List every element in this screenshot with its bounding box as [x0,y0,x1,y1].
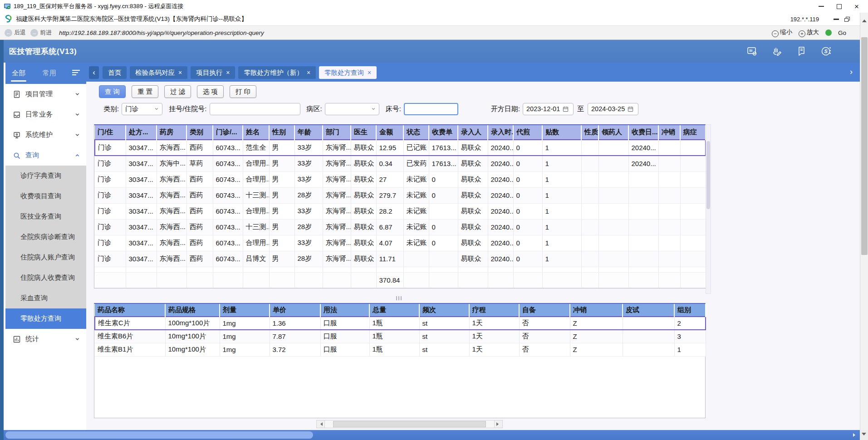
scrollbar-thumb[interactable] [861,37,868,255]
column-header[interactable]: 领药人 [598,125,628,140]
sidebar-item-medtech-business-query[interactable]: 医技业务查询 [5,206,86,227]
table-row[interactable]: 门诊30347...东海中...草药60743...合理用...男33岁东海肾.… [95,156,706,171]
column-header[interactable]: 录入人 [458,125,488,140]
sidebar-tab-all[interactable]: 全部 [12,69,25,78]
scroll-up-icon[interactable] [862,17,867,22]
window-minimize-button[interactable] [819,6,824,7]
column-header[interactable]: 组别 [674,304,706,317]
tab-close-icon[interactable]: × [178,69,182,76]
scrollbar-track[interactable] [325,420,494,428]
column-header[interactable]: 冲销 [570,304,623,317]
type-select[interactable]: 门诊 [122,103,162,115]
zoom-out-button[interactable]: −缩小 [772,28,792,37]
column-header[interactable]: 药品名称 [95,304,165,317]
forward-button[interactable]: → 前进 [30,29,52,37]
ward-select[interactable] [325,103,379,115]
tab-barcode-mapping[interactable]: 检验条码对应× [130,66,187,79]
column-header[interactable]: 金额 [376,125,403,140]
column-header[interactable]: 姓名 [243,125,269,140]
tab-scroll-right-button[interactable]: › [850,67,853,77]
sidebar-tab-frequent[interactable]: 常用 [43,69,56,78]
window-vertical-scrollbar[interactable] [860,13,868,430]
table-row[interactable]: 门诊30347...东海西...西药60743...十三测...男28岁东海肾.… [95,219,706,235]
column-header[interactable]: 状态 [403,125,429,140]
column-header[interactable]: 用法 [320,304,369,317]
table-row[interactable]: 门诊30347...东海西...西药60743...合理用...男33岁东海肾.… [95,171,706,187]
table-row[interactable]: 维生素B1片10mg*100片1mg3.72口服1瓶st1天否Z1 [95,343,706,356]
column-header[interactable]: 年龄 [294,125,323,140]
si-card-icon[interactable]: SI [746,45,758,57]
print-button[interactable]: 打印 [230,85,256,98]
column-header[interactable]: 处方... [126,125,157,140]
column-header[interactable]: 类别 [186,125,213,140]
column-header[interactable]: 收费单 [429,125,458,140]
column-header[interactable]: 自备 [519,304,570,317]
hand-sign-icon[interactable] [771,45,783,57]
column-header[interactable]: 药品规格 [165,304,220,317]
sidebar-menu-icon[interactable] [72,70,80,77]
column-header[interactable]: 总量 [369,304,419,317]
column-header[interactable]: 频次 [419,304,469,317]
sidebar-item-blood-draw-query[interactable]: 采血查询 [5,288,86,308]
reset-button[interactable]: 重置 [132,85,158,98]
column-header[interactable]: 病症 [680,125,706,140]
column-header[interactable]: 性质 [581,125,598,140]
table-row[interactable]: 门诊30347...东海西...西药60743...吕博文男28岁东海肾...易… [95,251,706,267]
bottom-scrollbar[interactable] [4,430,860,440]
query-button[interactable]: 查询 [99,85,126,98]
date-to-input[interactable]: 2024-03-25 [588,103,638,115]
scroll-left-button[interactable] [317,420,325,428]
receipt-icon[interactable] [795,45,807,57]
column-header[interactable]: 部门 [323,125,351,140]
tab-close-icon[interactable]: × [368,69,371,76]
sidebar-item-query[interactable]: 查询 [5,145,86,166]
sidebar-item-statistics[interactable]: 统计 [5,329,86,349]
back-button[interactable]: ← 后退 [5,29,26,37]
sidebar-item-daily-business[interactable]: 日常业务 [5,104,86,125]
column-header[interactable]: 门/住 [95,125,126,140]
column-header[interactable]: 收费日... [628,125,658,140]
tab-prescription-maintenance[interactable]: 零散处方维护（新）× [238,66,316,79]
date-from-input[interactable]: 2023-12-01 [523,103,574,115]
bed-input[interactable] [404,103,458,115]
address-url[interactable]: http://192.168.189.187:8000/his-yj/app/#… [59,29,264,36]
window-close-button[interactable]: × [854,3,859,10]
tab-close-icon[interactable]: × [226,69,230,76]
table-row[interactable]: 门诊30347...东海西...西药60743...合理用...男33岁东海肾.… [95,203,706,219]
tab-prescription-query[interactable]: 零散处方查询× [319,66,377,79]
column-header[interactable]: 门诊/... [213,125,243,140]
tab-close-icon[interactable]: × [307,69,310,76]
table-row[interactable]: 门诊30347...东海西...西药60743...合理用...男33岁东海肾.… [95,235,706,251]
scrollbar-thumb[interactable] [333,421,486,427]
sidebar-item-inpatient-charge-query[interactable]: 住院病人收费查询 [5,268,86,288]
regno-input[interactable] [210,103,300,115]
column-header[interactable]: 皮试 [623,304,674,317]
table-row[interactable]: 维生素B6片10mg*100片1mg7.87口服1瓶st1天否Z3 [95,330,706,343]
go-label[interactable]: Go [838,29,846,36]
sidebar-item-hospital-diagnosis-query[interactable]: 全院疾病诊断查询 [5,227,86,247]
scroll-right-icon[interactable] [853,433,857,437]
options-button[interactable]: 选项 [197,85,224,98]
column-header[interactable]: 代煎 [513,125,542,140]
window-maximize-button[interactable] [837,4,842,9]
tab-scroll-left-button[interactable]: ‹ [89,66,99,79]
scrollbar-corner[interactable] [860,430,868,440]
sidebar-item-system-maintenance[interactable]: 系统维护 [5,125,86,145]
zoom-in-button[interactable]: +放大 [799,28,819,37]
sidebar-item-charge-item-query[interactable]: 收费项目查询 [5,186,86,206]
horizontal-scrollbar[interactable] [316,420,503,428]
sidebar-item-project-management[interactable]: 项目管理 [5,84,86,104]
tab-home[interactable]: 首页 [103,66,127,79]
scrollbar-thumb[interactable] [5,431,313,439]
column-header[interactable]: 录入时... [488,125,513,140]
table-row[interactable]: 门诊30347...东海西...西药60743...十三测...男28岁东海肾.… [95,187,706,203]
tab-item-execution[interactable]: 项目执行× [191,66,235,79]
column-header[interactable]: 医生 [351,125,376,140]
session-restore-icon[interactable] [844,17,850,22]
grid-vertical-scrollbar[interactable] [706,124,711,294]
table-row[interactable]: 门诊30347...东海西...西药60743...范生全男33岁东海肾...易… [95,140,706,156]
column-header[interactable]: 贴数 [542,125,581,140]
column-header[interactable]: 剂量 [220,304,270,317]
session-minimize-icon[interactable] [834,19,839,20]
filter-button[interactable]: 过滤 [164,85,191,98]
